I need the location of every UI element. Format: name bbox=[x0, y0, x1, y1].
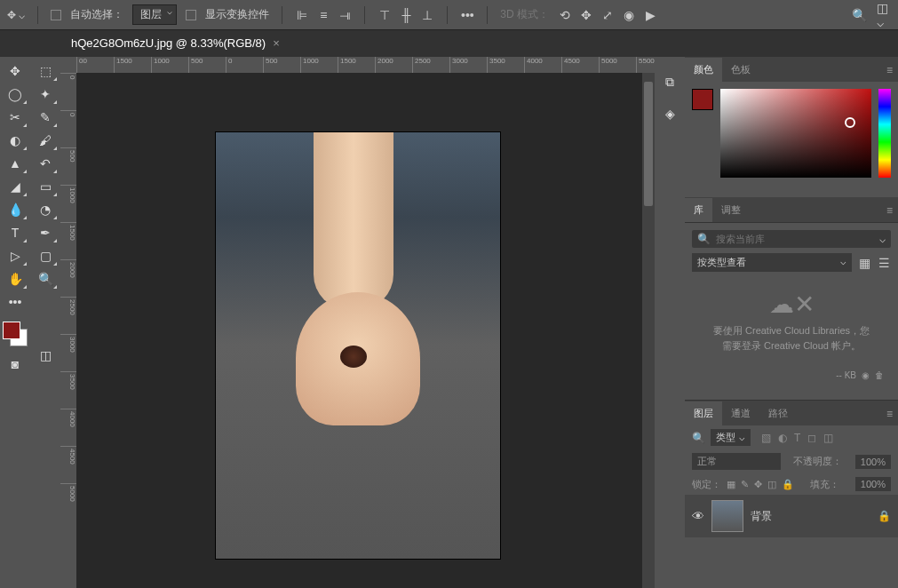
swatches-tab[interactable]: 色板 bbox=[722, 58, 759, 82]
fill-value[interactable]: 100% bbox=[855, 477, 891, 491]
lock-paint-icon[interactable]: ✎ bbox=[741, 479, 749, 490]
lasso-tool[interactable]: ◯ bbox=[3, 83, 28, 105]
filter-shape-icon[interactable]: ◻ bbox=[807, 432, 816, 444]
search-scope-dropdown[interactable]: ⌵ bbox=[879, 233, 886, 245]
align-center-h-icon[interactable]: ≡ bbox=[316, 8, 330, 22]
opacity-value[interactable]: 100% bbox=[855, 455, 891, 469]
sync-icon[interactable]: ◉ bbox=[862, 370, 870, 380]
panel-menu-icon[interactable]: ≡ bbox=[881, 199, 898, 222]
show-transform-label: 显示变换控件 bbox=[205, 7, 269, 22]
filter-kind-dropdown[interactable]: 类型⌵ bbox=[711, 429, 751, 446]
stamp-tool[interactable]: ▲ bbox=[3, 153, 28, 174]
grid-view-icon[interactable]: ▦ bbox=[857, 256, 871, 270]
blend-mode-dropdown[interactable]: 正常 bbox=[692, 453, 781, 470]
panel-menu-icon[interactable]: ≡ bbox=[881, 59, 898, 82]
filter-smart-icon[interactable]: ◫ bbox=[823, 432, 833, 444]
more-align-icon[interactable]: ••• bbox=[460, 8, 474, 22]
visibility-toggle-icon[interactable]: 👁 bbox=[692, 509, 704, 523]
history-panel-icon[interactable]: ⧉ bbox=[657, 71, 682, 92]
brush-tool[interactable]: 🖌 bbox=[33, 130, 58, 151]
properties-panel-icon[interactable]: ◈ bbox=[657, 103, 682, 124]
screen-mode-icon[interactable]: ◫ bbox=[33, 345, 58, 366]
layer-name[interactable]: 背景 bbox=[751, 509, 772, 524]
filter-search-icon[interactable]: 🔍 bbox=[692, 432, 705, 444]
lock-artboard-icon[interactable]: ◫ bbox=[767, 479, 776, 490]
document-canvas[interactable] bbox=[216, 132, 500, 559]
storage-size: -- KB bbox=[836, 370, 856, 380]
library-search-input[interactable] bbox=[716, 234, 874, 244]
marquee-tool[interactable]: ⬚ bbox=[33, 60, 58, 82]
search-icon[interactable]: 🔍 bbox=[852, 8, 866, 22]
opacity-label: 不透明度： bbox=[793, 455, 842, 468]
blur-tool[interactable]: 💧 bbox=[3, 199, 28, 220]
eyedropper-tool[interactable]: ✎ bbox=[33, 107, 58, 128]
align-left-icon[interactable]: ⊫ bbox=[295, 8, 309, 22]
align-top-icon[interactable]: ⊤ bbox=[377, 8, 392, 22]
show-transform-checkbox[interactable] bbox=[186, 10, 196, 20]
color-picker-cursor[interactable] bbox=[845, 117, 855, 128]
lock-icon[interactable]: 🔒 bbox=[878, 510, 891, 522]
horizontal-ruler[interactable]: 0015001000500050010001500200025003000350… bbox=[76, 57, 655, 73]
mode-3d-label: 3D 模式： bbox=[500, 7, 549, 22]
trash-icon[interactable]: 🗑 bbox=[875, 370, 884, 380]
close-tab-icon[interactable]: × bbox=[273, 36, 280, 50]
foreground-color[interactable] bbox=[3, 322, 20, 339]
path-select-tool[interactable]: ▷ bbox=[3, 245, 28, 266]
type-tool[interactable]: T bbox=[3, 222, 28, 243]
align-center-v-icon[interactable]: ╫ bbox=[399, 8, 413, 22]
color-tab[interactable]: 颜色 bbox=[685, 58, 722, 82]
3d-zoom-icon: ⤢ bbox=[600, 8, 615, 22]
channels-tab[interactable]: 通道 bbox=[722, 401, 759, 425]
history-brush-tool[interactable]: ↶ bbox=[33, 153, 58, 174]
canvas-area: 0015001000500050010001500200025003000350… bbox=[60, 57, 655, 588]
color-panel bbox=[685, 82, 898, 197]
gradient-tool[interactable]: ▭ bbox=[33, 176, 58, 197]
workspace-icon[interactable]: ◫ ⌵ bbox=[877, 8, 891, 22]
search-icon: 🔍 bbox=[697, 233, 711, 245]
vertical-ruler[interactable]: 0050010001500200025003000350040004500500… bbox=[60, 73, 76, 588]
spot-heal-tool[interactable]: ◐ bbox=[3, 130, 28, 151]
paths-tab[interactable]: 路径 bbox=[759, 401, 797, 425]
hue-slider[interactable] bbox=[878, 89, 891, 178]
zoom-tool[interactable]: 🔍 bbox=[33, 268, 58, 290]
filter-adjust-icon[interactable]: ◐ bbox=[778, 432, 787, 444]
pen-tool[interactable]: ✒ bbox=[33, 222, 58, 243]
move-tool-indicator[interactable]: ✥ ⌵ bbox=[7, 9, 25, 21]
eraser-tool[interactable]: ◢ bbox=[3, 176, 28, 197]
scrollbar-thumb[interactable] bbox=[644, 82, 653, 206]
document-tab[interactable]: hQe2G8Om6zU.jpg @ 8.33%(RGB/8) × bbox=[62, 33, 289, 54]
hand-tool[interactable]: ✋ bbox=[3, 268, 28, 290]
active-color-swatch[interactable] bbox=[692, 89, 713, 110]
adjustments-tab[interactable]: 调整 bbox=[712, 198, 750, 222]
image-content bbox=[340, 346, 367, 368]
view-type-dropdown[interactable]: 按类型查看⌵ bbox=[692, 253, 852, 272]
layers-tab[interactable]: 图层 bbox=[685, 401, 722, 425]
quick-mask-icon[interactable]: ◙ bbox=[3, 354, 28, 375]
lock-position-icon[interactable]: ✥ bbox=[754, 479, 762, 490]
auto-select-mode-dropdown[interactable]: 图层 bbox=[132, 4, 177, 25]
align-right-icon[interactable]: ⫣ bbox=[338, 8, 352, 22]
magic-wand-tool[interactable]: ✦ bbox=[33, 83, 58, 105]
color-swatches[interactable] bbox=[3, 322, 28, 346]
toolbox-right-col: ⬚ ✦ ✎ 🖌 ↶ ▭ ◔ ✒ ▢ 🔍 ◫ bbox=[30, 57, 60, 588]
image-content bbox=[314, 132, 393, 310]
dodge-tool[interactable]: ◔ bbox=[33, 199, 58, 220]
list-view-icon[interactable]: ☰ bbox=[877, 256, 891, 270]
filter-pixel-icon[interactable]: ▧ bbox=[761, 432, 771, 444]
crop-tool[interactable]: ✂ bbox=[3, 107, 28, 128]
layer-row-background[interactable]: 👁 背景 🔒 bbox=[685, 495, 898, 537]
align-bottom-icon[interactable]: ⊥ bbox=[420, 8, 434, 22]
toolbox-left-col: ✥ ◯ ✂ ◐ ▲ ◢ 💧 T ▷ ✋ ••• ◙ bbox=[0, 57, 30, 588]
auto-select-checkbox[interactable] bbox=[51, 10, 61, 20]
shape-tool[interactable]: ▢ bbox=[33, 245, 58, 266]
filter-type-icon[interactable]: T bbox=[794, 432, 800, 444]
library-tab[interactable]: 库 bbox=[685, 198, 712, 222]
library-search[interactable]: 🔍 ⌵ bbox=[692, 230, 891, 248]
layer-thumbnail[interactable] bbox=[711, 500, 743, 532]
panel-menu-icon[interactable]: ≡ bbox=[881, 402, 898, 425]
more-tools[interactable]: ••• bbox=[3, 291, 28, 313]
lock-pixels-icon[interactable]: ▦ bbox=[727, 479, 735, 490]
color-field[interactable] bbox=[720, 89, 871, 178]
move-tool[interactable]: ✥ bbox=[3, 60, 28, 82]
vertical-scrollbar[interactable] bbox=[642, 73, 655, 588]
